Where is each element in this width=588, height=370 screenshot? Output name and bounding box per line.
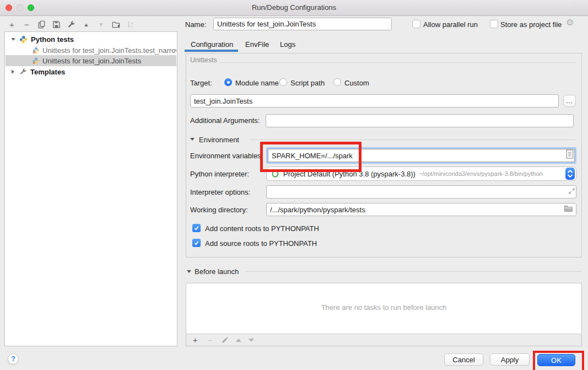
list-editor-icon[interactable] bbox=[566, 149, 574, 161]
tab-logs[interactable]: Logs bbox=[280, 40, 295, 49]
edit-task-icon[interactable] bbox=[221, 336, 229, 344]
environment-variables-value: SPARK_HOME=/.../spark bbox=[272, 152, 353, 160]
add-task-icon[interactable]: + bbox=[191, 336, 199, 344]
additional-arguments-input[interactable] bbox=[266, 114, 574, 127]
conda-env-icon bbox=[271, 170, 279, 178]
svg-text:z: z bbox=[131, 24, 133, 28]
tree-item-jointests-selected[interactable]: Unittests for test_join.JoinTests bbox=[6, 55, 176, 66]
radio-script-path[interactable] bbox=[279, 78, 287, 86]
section-divider bbox=[219, 62, 576, 63]
move-up-icon[interactable]: ▲ bbox=[82, 20, 91, 29]
radio-custom-label: Custom bbox=[344, 79, 369, 87]
python-interpreter-value: Project Default (Python 3.8 (pyspark-3.8… bbox=[283, 170, 416, 178]
expand-field-icon[interactable] bbox=[568, 187, 575, 197]
cancel-button[interactable]: Cancel bbox=[444, 353, 483, 366]
section-divider bbox=[246, 271, 582, 272]
python-interpreter-label: Python interpreter: bbox=[190, 170, 249, 178]
add-source-roots-label: Add source roots to PYTHONPATH bbox=[205, 239, 317, 248]
move-task-up-icon[interactable] bbox=[236, 339, 241, 342]
gear-icon[interactable]: ⚙ bbox=[566, 17, 574, 28]
python-test-icon bbox=[33, 47, 40, 54]
collapse-before-launch-icon[interactable] bbox=[187, 270, 191, 273]
sort-icon[interactable]: az bbox=[126, 20, 136, 29]
save-icon[interactable] bbox=[52, 20, 61, 29]
tree-item-label: Unittests for test_join.JoinTests bbox=[42, 57, 141, 65]
tree-item-label: Unittests for test_join.JoinTests.test_n… bbox=[42, 46, 176, 55]
name-input[interactable] bbox=[213, 18, 392, 30]
allow-parallel-label: Allow parallel run bbox=[423, 20, 478, 29]
interpreter-options-label: Interpreter options: bbox=[190, 188, 250, 196]
allow-parallel-checkbox[interactable] bbox=[412, 20, 420, 28]
radio-module-name-label: Module name bbox=[235, 79, 279, 87]
browse-button[interactable]: ... bbox=[563, 95, 576, 107]
copy-icon[interactable] bbox=[37, 20, 46, 29]
before-launch-task-list: There are no tasks to run before launch … bbox=[186, 283, 582, 346]
target-input[interactable] bbox=[190, 94, 559, 108]
unittests-section-title: Unittests bbox=[190, 56, 217, 64]
before-launch-toolbar: + − bbox=[186, 334, 581, 346]
working-directory-input[interactable] bbox=[266, 203, 576, 216]
tree-item-test-narrow[interactable]: Unittests for test_join.JoinTests.test_n… bbox=[6, 45, 176, 56]
new-folder-icon[interactable] bbox=[111, 20, 121, 29]
window-title: Run/Debug Configurations bbox=[0, 3, 588, 12]
remove-task-icon[interactable]: − bbox=[206, 336, 214, 344]
name-label: Name: bbox=[185, 20, 206, 29]
store-project-label: Store as project file bbox=[500, 20, 562, 29]
environment-variables-label: Environment variables: bbox=[190, 152, 263, 160]
target-label: Target: bbox=[190, 79, 212, 87]
collapse-environment-icon[interactable] bbox=[190, 138, 195, 141]
ok-button[interactable]: OK bbox=[537, 354, 575, 366]
add-content-roots-label: Add content roots to PYTHONPATH bbox=[205, 224, 319, 233]
add-source-roots-checkbox[interactable] bbox=[192, 239, 201, 247]
combo-stepper-icon[interactable] bbox=[565, 168, 575, 180]
python-test-icon bbox=[33, 57, 40, 65]
chevron-down-icon[interactable] bbox=[11, 38, 15, 41]
apply-button[interactable]: Apply bbox=[490, 353, 530, 366]
tree-item-templates[interactable]: Templates bbox=[6, 66, 176, 77]
remove-icon[interactable]: − bbox=[22, 20, 31, 29]
python-interpreter-path: ~/opt/miniconda3/envs/pyspark-3.8/bin/py… bbox=[419, 170, 543, 177]
before-launch-empty-message: There are no tasks to run before launch bbox=[186, 303, 581, 312]
python-interpreter-select[interactable]: Project Default (Python 3.8 (pyspark-3.8… bbox=[266, 167, 576, 181]
radio-custom[interactable] bbox=[333, 78, 341, 86]
add-icon[interactable]: + bbox=[7, 20, 17, 29]
radio-module-name[interactable] bbox=[224, 78, 232, 86]
run-config-tree: Python tests Unittests for test_join.Joi… bbox=[4, 31, 177, 346]
radio-script-path-label: Script path bbox=[290, 79, 325, 87]
active-tab-underline bbox=[185, 50, 238, 52]
wrench-icon bbox=[19, 68, 27, 76]
tree-toolbar: + − ▲ ▼ az bbox=[7, 18, 136, 30]
tree-item-label: Python tests bbox=[31, 35, 74, 44]
tree-item-label: Templates bbox=[30, 68, 65, 76]
help-button[interactable]: ? bbox=[8, 353, 19, 364]
chevron-right-icon[interactable] bbox=[12, 69, 14, 74]
tab-configuration[interactable]: Configuration bbox=[191, 40, 233, 49]
interpreter-options-input[interactable] bbox=[266, 185, 576, 199]
move-task-down-icon[interactable] bbox=[249, 339, 254, 342]
tree-item-python-tests[interactable]: Python tests bbox=[6, 34, 176, 45]
additional-arguments-label: Additional Arguments: bbox=[190, 116, 260, 125]
environment-section-title: Environment bbox=[199, 136, 239, 144]
python-icon bbox=[19, 35, 28, 44]
before-launch-section-title: Before launch bbox=[195, 267, 239, 276]
tab-envfile[interactable]: EnvFile bbox=[245, 40, 269, 49]
store-project-checkbox[interactable] bbox=[490, 20, 498, 28]
section-divider bbox=[249, 140, 576, 140]
move-down-icon[interactable]: ▼ bbox=[96, 20, 106, 29]
wrench-icon[interactable] bbox=[67, 20, 76, 29]
titlebar: Run/Debug Configurations bbox=[0, 0, 588, 16]
add-content-roots-checkbox[interactable] bbox=[192, 224, 201, 232]
working-directory-label: Working directory: bbox=[190, 206, 248, 214]
environment-variables-input[interactable]: SPARK_HOME=/.../spark bbox=[266, 147, 576, 164]
folder-icon[interactable] bbox=[564, 205, 573, 215]
